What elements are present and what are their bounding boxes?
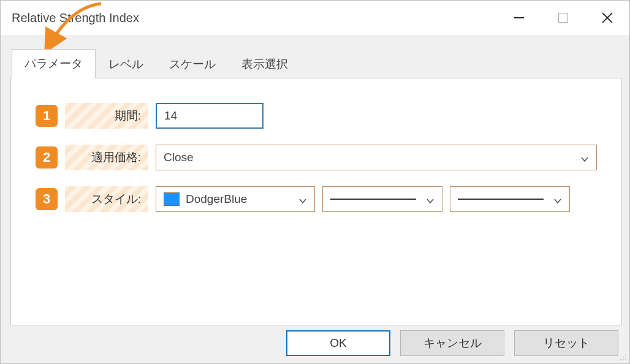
window-controls (497, 1, 629, 35)
reset-button[interactable]: リセット (514, 330, 618, 356)
chevron-down-icon (580, 153, 589, 162)
tab-panel-parameters: 1 期間: 14 2 適用価格: Close 3 スタイル: (10, 78, 622, 325)
svg-point-2 (625, 357, 626, 358)
tab-scale[interactable]: スケール (156, 50, 229, 78)
color-name: DodgerBlue (186, 192, 247, 206)
tab-display[interactable]: 表示選択 (229, 50, 301, 78)
color-select[interactable]: DodgerBlue (156, 186, 315, 212)
row-apply-price: 2 適用価格: Close (36, 145, 597, 170)
close-button[interactable] (585, 1, 629, 35)
svg-point-5 (625, 359, 626, 360)
dialog-buttons: OK キャンセル リセット (10, 330, 622, 356)
period-value: 14 (164, 109, 177, 123)
period-input[interactable]: 14 (156, 103, 264, 129)
svg-point-1 (623, 357, 624, 358)
chevron-down-icon (298, 195, 307, 203)
title-bar: Relative Strength Index (1, 1, 629, 35)
line-style-preview (330, 199, 416, 200)
cancel-button[interactable]: キャンセル (400, 330, 504, 356)
apply-price-select[interactable]: Close (156, 145, 597, 170)
dialog-window: Relative Strength Index パラメータ レベル スケール 表… (0, 0, 630, 364)
color-swatch (164, 192, 180, 206)
row-style: 3 スタイル: DodgerBlue (36, 186, 597, 212)
svg-point-3 (620, 359, 621, 360)
svg-point-4 (623, 359, 624, 360)
annotation-badge-3: 3 (36, 188, 58, 210)
client-area: パラメータ レベル スケール 表示選択 1 期間: 14 2 適用価格: Clo… (1, 35, 629, 363)
tab-levels[interactable]: レベル (96, 50, 156, 78)
minimize-button[interactable] (497, 1, 541, 35)
style-label: スタイル: (65, 186, 148, 212)
annotation-badge-2: 2 (36, 146, 58, 169)
line-width-select[interactable] (450, 186, 570, 212)
apply-price-label: 適用価格: (65, 145, 148, 170)
svg-point-0 (625, 354, 626, 355)
ok-button[interactable]: OK (286, 330, 390, 356)
dialog-title: Relative Strength Index (12, 11, 139, 25)
period-label: 期間: (65, 103, 148, 129)
resize-grip-icon[interactable] (617, 351, 627, 361)
maximize-button[interactable] (541, 1, 585, 35)
chevron-down-icon (426, 195, 435, 203)
line-style-select[interactable] (322, 186, 442, 212)
annotation-badge-1: 1 (36, 105, 58, 127)
tab-strip: パラメータ レベル スケール 表示選択 (12, 48, 622, 78)
apply-price-value: Close (164, 151, 194, 164)
chevron-down-icon (553, 195, 562, 203)
tab-parameters[interactable]: パラメータ (12, 49, 96, 78)
line-width-preview (458, 199, 544, 200)
row-period: 1 期間: 14 (36, 103, 597, 129)
